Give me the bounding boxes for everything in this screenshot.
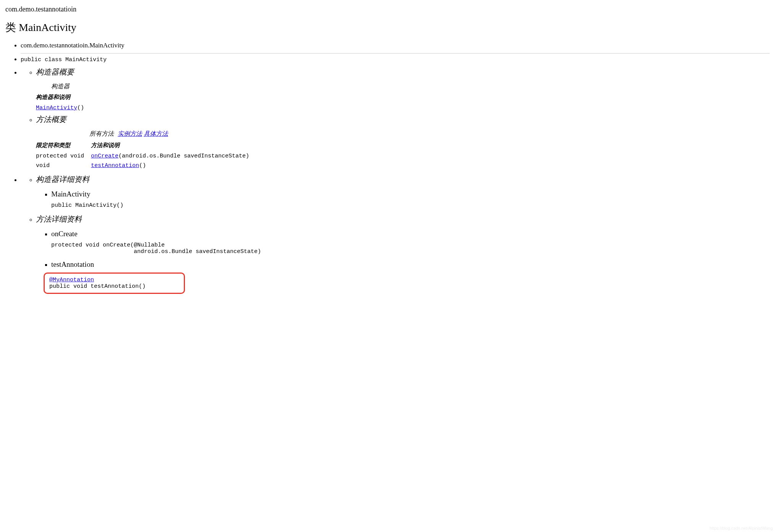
list-item: com.demo.testannotatioin.MainActivity — [21, 42, 770, 49]
summary-sections: 构造器概要 构造器 构造器和说明 MainActivity() 方法概要 所有方… — [21, 67, 770, 170]
tab-all-methods: 所有方法 — [89, 130, 114, 137]
method-summary-heading: 方法概要 — [36, 114, 770, 125]
list-item: onCreate protected void onCreate(@Nullab… — [51, 230, 770, 255]
list-item: 方法详细资料 onCreate protected void onCreate(… — [36, 214, 770, 294]
constructor-link[interactable]: MainActivity — [36, 105, 77, 111]
table-row: void testAnnotation() — [36, 161, 256, 170]
table-header: 构造器和说明 — [36, 93, 91, 103]
list-item: MainActivity public MainActivity() — [51, 190, 770, 209]
class-title-prefix: 类 — [5, 21, 19, 33]
highlight-box: @MyAnnotation public void testAnnotation… — [44, 272, 185, 294]
method-detail-name-oncreate: onCreate — [51, 230, 770, 238]
list-item: 构造器概要 构造器 构造器和说明 MainActivity() 方法概要 所有方… — [21, 67, 770, 170]
method-link-oncreate[interactable]: onCreate — [91, 153, 118, 159]
constructor-caption: 构造器 — [36, 83, 91, 93]
method-params: () — [139, 162, 146, 169]
table-row: MainActivity() — [36, 103, 91, 113]
method-detail-name-testannotation: testAnnotation — [51, 260, 770, 269]
constructor-detail-sig: public MainActivity() — [51, 202, 770, 209]
detail-sections: 构造器详细资料 MainActivity public MainActivity… — [21, 174, 770, 294]
table-header: 方法和说明 — [91, 141, 256, 151]
method-modifier: protected void — [36, 151, 91, 161]
inheritance-list: com.demo.testannotatioin.MainActivity pu… — [5, 42, 770, 294]
method-detail-sig-testannotation: public void testAnnotation() — [49, 283, 179, 290]
method-params: (android.os.Bundle savedInstanceState) — [118, 153, 249, 159]
constructor-summary-heading: 构造器概要 — [36, 67, 770, 77]
constructor-detail-name: MainActivity — [51, 190, 770, 198]
class-title: 类 MainActivity — [5, 20, 770, 35]
fqcn: com.demo.testannotatioin.MainActivity — [21, 42, 124, 49]
divider — [21, 53, 770, 54]
annotation-link-myannotation[interactable]: @MyAnnotation — [49, 277, 94, 283]
method-detail-list: onCreate protected void onCreate(@Nullab… — [36, 230, 770, 294]
method-tabs: 所有方法 实例方法 具体方法 — [89, 130, 770, 138]
constructor-detail-list: MainActivity public MainActivity() — [36, 190, 770, 209]
constructor-detail-heading: 构造器详细资料 — [36, 174, 770, 185]
class-name: MainActivity — [19, 21, 76, 33]
method-modifier: void — [36, 161, 91, 170]
method-detail-sig-oncreate: protected void onCreate(@Nullable androi… — [51, 242, 770, 255]
method-link-testannotation[interactable]: testAnnotation — [91, 162, 139, 169]
table-header: 限定符和类型 — [36, 141, 91, 151]
method-summary-table: 限定符和类型 方法和说明 protected void onCreate(and… — [36, 141, 256, 170]
list-item: 方法概要 所有方法 实例方法 具体方法 限定符和类型 方法和说明 protect… — [36, 114, 770, 170]
list-item: 构造器详细资料 MainActivity public MainActivity… — [36, 174, 770, 209]
list-item: testAnnotation @MyAnnotation public void… — [51, 260, 770, 294]
package-header: com.demo.testannotatioin — [5, 5, 770, 13]
method-detail-heading: 方法详细资料 — [36, 214, 770, 224]
list-item: 构造器详细资料 MainActivity public MainActivity… — [21, 174, 770, 294]
constructor-summary-table: 构造器 构造器和说明 MainActivity() — [36, 83, 91, 113]
constructor-sig-suffix: () — [77, 105, 84, 111]
class-declaration: public class MainActivity — [21, 57, 770, 63]
list-item: public class MainActivity — [21, 53, 770, 63]
table-row: protected void onCreate(android.os.Bundl… — [36, 151, 256, 161]
tab-concrete-methods[interactable]: 具体方法 — [144, 130, 168, 137]
tab-instance-methods[interactable]: 实例方法 — [118, 130, 142, 137]
list-item: 构造器概要 构造器 构造器和说明 MainActivity() — [36, 67, 770, 113]
